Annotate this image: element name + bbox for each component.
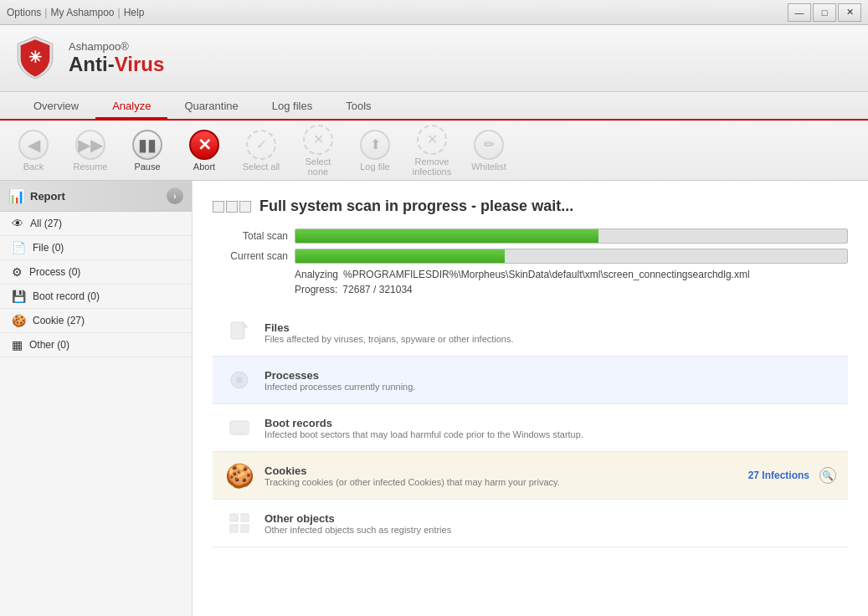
options-link[interactable]: Options <box>7 7 41 18</box>
progress-section: Total scan Current scan Analyzing %PROGR… <box>213 228 848 295</box>
sidebar-expand-icon[interactable]: › <box>167 187 183 204</box>
cookies-desc: Tracking cookies (or other infected Cook… <box>265 477 738 487</box>
cookies-badge-area: 27 Infections 🔍 <box>748 467 836 484</box>
tab-logfiles[interactable]: Log files <box>255 95 329 119</box>
processes-title: Processes <box>265 369 836 382</box>
current-scan-row: Current scan <box>213 249 848 264</box>
progress-value: 72687 / 321034 <box>342 284 412 295</box>
select-all-button[interactable]: ✓ Select all <box>234 126 288 176</box>
pause-label: Pause <box>134 162 160 172</box>
category-list: Files Files affected by viruses, trojans… <box>213 309 848 547</box>
svg-rect-5 <box>234 433 244 435</box>
svg-point-3 <box>236 377 243 383</box>
total-scan-row: Total scan <box>213 228 848 244</box>
abort-button[interactable]: ✕ Abort <box>177 126 231 176</box>
tab-overview[interactable]: Overview <box>17 95 95 119</box>
logo-text: Ashampoo® Anti-Virus <box>69 40 164 76</box>
log-file-button[interactable]: ⬆ Log file <box>348 126 402 176</box>
sidebar-header: 📊 Report › <box>0 181 192 212</box>
select-none-button[interactable]: ✕ Select none <box>291 121 345 180</box>
sidebar-item-file[interactable]: 📄 File (0) <box>0 236 192 260</box>
cookies-category-icon: 🍪 <box>224 460 254 490</box>
title-bar-links: Options | My Ashampoo | Help <box>7 7 144 18</box>
analyzing-label: Analyzing <box>295 269 338 280</box>
back-button[interactable]: ◀ Back <box>7 126 60 176</box>
current-scan-fill <box>295 249 505 263</box>
svg-rect-8 <box>230 525 238 532</box>
app-header: ✳ Ashampoo® Anti-Virus <box>0 25 868 92</box>
cookies-info: Cookies Tracking cookies (or other infec… <box>265 465 738 487</box>
boot-category-icon <box>224 413 254 443</box>
sidebar-item-all[interactable]: 👁 All (27) <box>0 212 192 236</box>
other-info: Other objects Other infected objects suc… <box>265 512 836 535</box>
category-processes: Processes Infected processes currently r… <box>213 357 848 404</box>
brand-name: Ashampoo® <box>69 40 164 53</box>
boot-icon: 💾 <box>12 290 26 303</box>
checkbox-1 <box>213 201 224 213</box>
processes-category-icon <box>224 365 254 395</box>
files-desc: Files affected by viruses, trojans, spyw… <box>265 334 836 344</box>
select-all-label: Select all <box>243 162 280 172</box>
sidebar-item-cookie[interactable]: 🍪 Cookie (27) <box>0 309 192 333</box>
resume-button[interactable]: ▶▶ Resume <box>64 126 117 176</box>
svg-rect-6 <box>230 514 238 521</box>
progress-row-text: Progress: 72687 / 321034 <box>295 284 848 295</box>
log-file-label: Log file <box>360 162 389 172</box>
minimize-button[interactable]: — <box>788 3 811 22</box>
boot-desc: Infected boot sectors that may load harm… <box>265 429 836 439</box>
cookies-search-icon[interactable]: 🔍 <box>819 467 836 484</box>
svg-rect-9 <box>241 525 249 532</box>
tab-analyze[interactable]: Analyze <box>95 95 167 119</box>
abort-icon: ✕ <box>189 130 219 160</box>
cookies-title: Cookies <box>265 465 738 477</box>
logo-area: ✳ Ashampoo® Anti-Virus <box>13 35 164 82</box>
whitelist-button[interactable]: ✏ Whitelist <box>462 126 516 176</box>
sidebar-item-boot[interactable]: 💾 Boot record (0) <box>0 285 192 309</box>
files-category-icon <box>224 317 254 347</box>
process-icon: ⚙ <box>12 265 23 279</box>
svg-rect-4 <box>230 421 249 434</box>
myashampoo-link[interactable]: My Ashampoo <box>50 7 114 18</box>
whitelist-icon: ✏ <box>474 130 504 160</box>
files-info: Files Files affected by viruses, trojans… <box>265 321 836 344</box>
current-scan-label: Current scan <box>213 250 288 262</box>
select-none-icon: ✕ <box>303 125 333 155</box>
nav-tabs: Overview Analyze Quarantine Log files To… <box>0 92 868 121</box>
pause-button[interactable]: ▮▮ Pause <box>121 126 174 176</box>
category-cookies: 🍪 Cookies Tracking cookies (or other inf… <box>213 452 848 500</box>
app-logo: ✳ <box>13 35 60 82</box>
total-scan-label: Total scan <box>213 230 288 242</box>
other-title: Other objects <box>265 512 836 525</box>
select-all-icon: ✓ <box>246 130 276 160</box>
close-button[interactable]: ✕ <box>838 3 861 22</box>
current-scan-bar <box>295 249 848 264</box>
product-name: Anti-Virus <box>69 53 164 76</box>
sidebar: 📊 Report › 👁 All (27) 📄 File (0) ⚙ Proce… <box>0 181 193 616</box>
back-icon: ◀ <box>18 130 49 160</box>
files-title: Files <box>265 321 836 334</box>
select-none-label: Select none <box>295 157 342 177</box>
sidebar-item-process[interactable]: ⚙ Process (0) <box>0 260 192 285</box>
help-link[interactable]: Help <box>124 7 145 18</box>
remove-infections-icon: ✕ <box>417 125 447 155</box>
category-boot: Boot records Infected boot sectors that … <box>213 404 848 452</box>
other-desc: Other infected objects such as registry … <box>265 525 836 535</box>
sidebar-item-other[interactable]: ▦ Other (0) <box>0 333 192 357</box>
tab-tools[interactable]: Tools <box>329 95 388 119</box>
progress-text-label: Progress: <box>295 284 337 295</box>
scan-title: Full system scan in progress - please wa… <box>259 198 573 215</box>
toolbar: ◀ Back ▶▶ Resume ▮▮ Pause ✕ Abort ✓ Sele… <box>0 121 868 181</box>
log-file-icon: ⬆ <box>360 130 390 160</box>
other-icon: ▦ <box>12 338 23 352</box>
back-label: Back <box>23 162 44 172</box>
analyzing-value: %PROGRAMFILESDIR%\Morpheus\SkinData\defa… <box>343 269 750 280</box>
total-scan-bar <box>295 228 848 244</box>
pause-icon: ▮▮ <box>132 130 162 160</box>
main-content: 📊 Report › 👁 All (27) 📄 File (0) ⚙ Proce… <box>0 181 868 616</box>
tab-quarantine[interactable]: Quarantine <box>167 95 254 119</box>
cookies-infections-badge: 27 Infections <box>748 470 809 481</box>
cookie-label: Cookie (27) <box>33 315 85 326</box>
remove-infections-button[interactable]: ✕ Remove infections <box>405 121 459 180</box>
boot-info: Boot records Infected boot sectors that … <box>265 417 836 439</box>
maximize-button[interactable]: □ <box>813 3 836 22</box>
